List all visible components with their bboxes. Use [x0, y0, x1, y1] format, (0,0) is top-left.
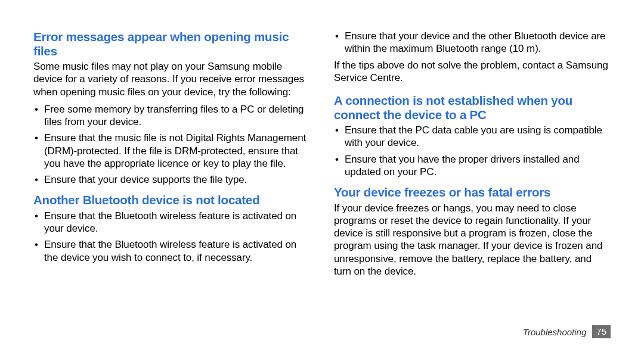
list-item: Ensure that you have the proper drivers …: [334, 153, 611, 179]
footer-section-label: Troubleshooting: [523, 327, 586, 337]
list-item: Ensure that the Bluetooth wireless featu…: [33, 238, 310, 264]
page-footer: Troubleshooting 75: [523, 325, 611, 338]
two-column-layout: Error messages appear when opening music…: [33, 30, 611, 282]
heading-pc-connection: A connection is not established when you…: [334, 94, 611, 121]
left-column: Error messages appear when opening music…: [33, 30, 310, 282]
bullets-error-music: Free some memory by transferring files t…: [33, 103, 310, 186]
right-column: Ensure that your device and the other Bl…: [334, 30, 611, 282]
list-item: Ensure that the PC data cable you are us…: [334, 124, 611, 149]
heading-freezes: Your device freezes or has fatal errors: [334, 185, 611, 200]
para-error-music: Some music files may not play on your Sa…: [33, 60, 310, 98]
bullets-bluetooth-range: Ensure that your device and the other Bl…: [334, 30, 611, 55]
para-contact-service: If the tips above do not solve the probl…: [334, 59, 611, 85]
manual-page: Error messages appear when opening music…: [0, 0, 644, 349]
list-item: Ensure that your device supports the fil…: [33, 173, 310, 186]
list-item: Ensure that the music file is not Digita…: [33, 132, 310, 170]
para-freezes: If your device freezes or hangs, you may…: [334, 202, 611, 278]
list-item: Free some memory by transferring files t…: [33, 103, 310, 129]
bullets-bluetooth-not-located: Ensure that the Bluetooth wireless featu…: [33, 210, 310, 264]
bullets-pc-connection: Ensure that the PC data cable you are us…: [334, 124, 611, 178]
heading-bluetooth-not-located: Another Bluetooth device is not located: [33, 193, 310, 207]
heading-error-music: Error messages appear when opening music…: [33, 30, 310, 58]
list-item: Ensure that your device and the other Bl…: [334, 30, 611, 55]
list-item: Ensure that the Bluetooth wireless featu…: [33, 210, 310, 235]
footer-page-number: 75: [592, 325, 611, 338]
